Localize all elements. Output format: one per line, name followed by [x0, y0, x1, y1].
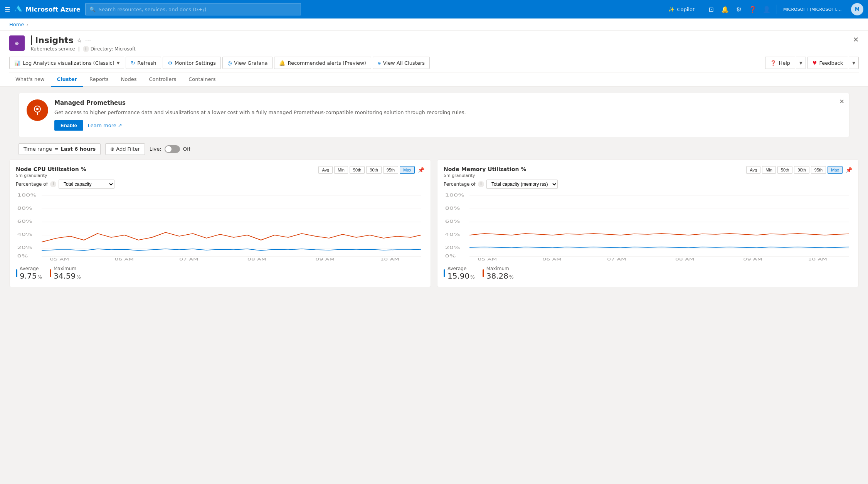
tab-nodes[interactable]: Nodes: [115, 72, 143, 87]
info-circle-icon: i: [83, 46, 89, 52]
copilot-label: Copilot: [677, 7, 695, 12]
live-label: Live:: [150, 146, 161, 152]
promo-icon: [27, 99, 48, 121]
memory-90th-btn[interactable]: 90th: [794, 166, 809, 174]
help-dropdown-arrow[interactable]: ▼: [796, 57, 806, 69]
svg-text:20%: 20%: [445, 245, 460, 249]
breadcrumb-separator: ›: [26, 22, 28, 27]
cpu-50th-btn[interactable]: 50th: [350, 166, 365, 174]
promo-close-button[interactable]: ✕: [839, 98, 844, 105]
view-selector-button[interactable]: 📊 Log Analytics visualizations (Classic)…: [9, 57, 124, 69]
memory-95th-btn[interactable]: 95th: [811, 166, 826, 174]
tab-cluster[interactable]: Cluster: [51, 72, 83, 87]
cpu-percentage-select[interactable]: Total capacity Allocatable capacity: [59, 180, 114, 189]
memory-max-legend: Maximum 38.28 %: [483, 266, 514, 281]
global-search[interactable]: 🔍 Search resources, services, and docs (…: [85, 3, 301, 15]
portal-icon[interactable]: ⊡: [707, 5, 715, 13]
more-options-icon[interactable]: ···: [85, 37, 91, 44]
svg-text:80%: 80%: [445, 206, 460, 210]
memory-chart-controls: Avg Min 50th 90th 95th Max 📌: [746, 166, 852, 174]
favorite-icon[interactable]: ☆: [77, 37, 82, 44]
svg-text:08 AM: 08 AM: [247, 257, 267, 261]
page-subtitle: Kubernetes service | i Directory: Micros…: [31, 46, 136, 52]
svg-point-3: [36, 108, 39, 110]
monitor-settings-button[interactable]: ⚙️ Monitor Settings: [163, 57, 221, 69]
feedback-dropdown-arrow[interactable]: ▼: [849, 57, 859, 69]
memory-avg-legend-unit: %: [470, 274, 474, 280]
refresh-button[interactable]: ↻ Refresh: [126, 57, 161, 69]
help-button[interactable]: ❓ Help: [765, 57, 795, 69]
nav-divider-1: [701, 5, 701, 14]
feedback-nav-icon[interactable]: 👤: [763, 5, 770, 13]
cpu-pin-icon[interactable]: 📌: [418, 167, 424, 173]
tab-bar: What's new Cluster Reports Nodes Control…: [9, 72, 859, 86]
svg-text:60%: 60%: [17, 219, 32, 223]
tab-whats-new[interactable]: What's new: [9, 72, 51, 87]
breadcrumb-home[interactable]: Home: [9, 22, 24, 27]
view-selector-icon: 📊: [14, 60, 20, 66]
cpu-info-icon: i: [50, 181, 56, 187]
svg-text:40%: 40%: [445, 232, 460, 236]
enable-button[interactable]: Enable: [54, 120, 83, 131]
svg-text:08 AM: 08 AM: [675, 257, 695, 261]
memory-max-btn[interactable]: Max: [828, 166, 843, 174]
learn-more-link[interactable]: Learn more ↗: [88, 123, 122, 128]
top-navigation: ☰ Microsoft Azure 🔍 Search resources, se…: [0, 0, 868, 18]
feedback-button[interactable]: ♥ Feedback: [807, 57, 848, 69]
svg-text:07 AM: 07 AM: [179, 257, 198, 261]
svg-text:60%: 60%: [445, 219, 460, 223]
notifications-icon[interactable]: 🔔: [721, 5, 729, 13]
account-info[interactable]: MICROSOFT (MICROSOFT.ONMI...: [783, 7, 845, 12]
live-toggle-area: Live: Off: [150, 145, 190, 153]
logo-text: Microsoft Azure: [25, 6, 80, 13]
cpu-max-btn[interactable]: Max: [400, 166, 415, 174]
cpu-max-legend-value: 34.59: [54, 271, 76, 281]
memory-chart-subtitle: 5m granularity: [444, 173, 526, 178]
copilot-button[interactable]: ✨ Copilot: [668, 7, 695, 12]
svg-text:⎈: ⎈: [15, 39, 19, 47]
view-grafana-button[interactable]: ◎ View Grafana: [222, 57, 273, 69]
memory-max-legend-value: 38.28: [486, 271, 508, 281]
svg-text:80%: 80%: [17, 206, 32, 210]
cpu-chart-subtitle: 5m granularity: [16, 173, 86, 178]
help-icon[interactable]: ❓: [749, 5, 757, 13]
hamburger-menu[interactable]: ☰: [5, 6, 10, 13]
memory-avg-btn[interactable]: Avg: [746, 166, 760, 174]
add-filter-button[interactable]: ⊕ Add Filter: [105, 143, 145, 155]
cpu-95th-btn[interactable]: 95th: [383, 166, 398, 174]
settings-icon[interactable]: ⚙️: [735, 5, 743, 13]
close-button[interactable]: ✕: [853, 35, 859, 44]
tab-reports[interactable]: Reports: [83, 72, 115, 87]
breadcrumb: Home ›: [0, 18, 868, 31]
cpu-avg-legend-label: Average: [20, 266, 42, 271]
feedback-label: Feedback: [819, 60, 843, 66]
refresh-label: Refresh: [137, 60, 156, 66]
cpu-90th-btn[interactable]: 90th: [366, 166, 381, 174]
recommended-alerts-button[interactable]: 🔔 Recommended alerts (Preview): [274, 57, 371, 69]
page-header: ⎈ Insights ☆ ··· Kubernetes service | i …: [0, 31, 868, 87]
monitor-settings-icon: ⚙️: [168, 60, 172, 66]
cpu-avg-btn[interactable]: Avg: [318, 166, 333, 174]
help-chevron-icon: ▼: [799, 61, 802, 65]
cpu-min-btn[interactable]: Min: [334, 166, 348, 174]
charts-grid: Node CPU Utilization % 5m granularity Av…: [9, 160, 859, 287]
page-title-area: Insights ☆ ··· Kubernetes service | i Di…: [31, 35, 136, 52]
copilot-icon: ✨: [668, 7, 675, 12]
memory-percentage-select[interactable]: Total capacity (memory rss) Total capaci…: [486, 180, 558, 189]
view-all-clusters-button[interactable]: ⎈ View All Clusters: [373, 57, 430, 69]
help-toolbar-icon: ❓: [770, 60, 776, 66]
cpu-chart-svg: 100% 80% 60% 40% 20% 0%: [16, 192, 424, 261]
tab-containers[interactable]: Containers: [182, 72, 222, 87]
memory-50th-btn[interactable]: 50th: [777, 166, 792, 174]
tab-controllers[interactable]: Controllers: [143, 72, 183, 87]
promo-title: Managed Prometheus: [54, 99, 466, 106]
refresh-icon: ↻: [131, 60, 135, 66]
cpu-chart-title: Node CPU Utilization %: [16, 166, 86, 172]
time-range-filter[interactable]: Time range = Last 6 hours: [19, 143, 101, 155]
account-avatar[interactable]: M: [851, 3, 863, 15]
svg-text:0%: 0%: [445, 254, 456, 258]
cpu-percentage-row: Percentage of i Total capacity Allocatab…: [16, 180, 424, 189]
memory-pin-icon[interactable]: 📌: [846, 167, 852, 173]
memory-min-btn[interactable]: Min: [762, 166, 776, 174]
live-toggle-switch[interactable]: [165, 145, 180, 153]
